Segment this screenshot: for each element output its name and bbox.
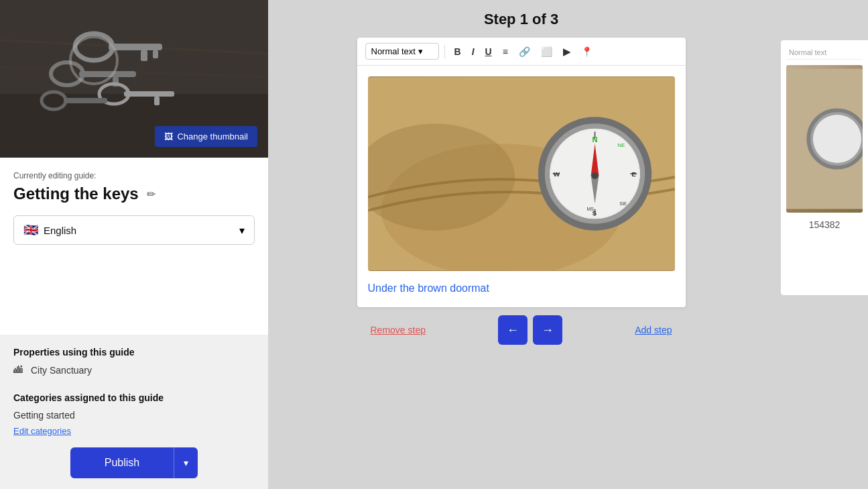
text-style-select[interactable]: Normal text ▾ xyxy=(365,43,439,60)
bottom-bar: Remove step ← → Add step xyxy=(357,307,686,353)
editor-body[interactable]: N E S W SE NE MS xyxy=(357,66,686,307)
italic-button[interactable]: I xyxy=(468,44,479,60)
chevron-down-icon: ▾ xyxy=(184,457,188,468)
properties-section: Properties using this guide 🏙 City Sanct… xyxy=(0,335,268,380)
svg-rect-13 xyxy=(154,97,160,105)
caption-text[interactable]: Under the brown doormat xyxy=(368,280,675,296)
building-icon: 🏙 xyxy=(13,364,25,376)
currently-editing-label: Currently editing guide: xyxy=(13,171,255,180)
compass-background: N E S W SE NE MS xyxy=(368,76,675,271)
edit-title-button[interactable]: ✏ xyxy=(145,186,157,202)
change-thumbnail-label: Change thumbnail xyxy=(177,131,248,142)
compass-image: N E S W SE NE MS xyxy=(368,76,675,271)
chevron-down-icon: ▾ xyxy=(239,224,245,237)
chevron-down-icon: ▾ xyxy=(418,46,423,56)
language-select[interactable]: 🇬🇧 English ▾ xyxy=(13,215,255,245)
nav-buttons: ← → xyxy=(498,315,562,345)
text-style-label: Normal text xyxy=(371,46,416,56)
sidebar: 🖼 Change thumbnail Currently editing gui… xyxy=(0,0,268,489)
property-name: City Sanctuary xyxy=(31,365,92,376)
svg-rect-12 xyxy=(124,91,174,97)
editor-panel: Normal text ▾ B I U ≡ 🔗 ⬜ ▶ 📍 xyxy=(357,38,686,307)
next-step-button[interactable]: → xyxy=(533,315,562,345)
publish-dropdown-button[interactable]: ▾ xyxy=(174,447,198,478)
peek-compass-svg xyxy=(786,65,863,213)
editor-toolbar: Normal text ▾ B I U ≡ 🔗 ⬜ ▶ 📍 xyxy=(357,38,686,66)
peek-editor-panel: Normal text 154382 xyxy=(781,40,868,295)
svg-text:MS: MS xyxy=(586,207,594,211)
peek-toolbar-text: Normal text xyxy=(786,46,863,60)
svg-text:SE: SE xyxy=(619,201,627,207)
svg-text:W: W xyxy=(553,170,560,178)
underline-button[interactable]: U xyxy=(481,44,496,60)
change-thumbnail-button[interactable]: 🖼 Change thumbnail xyxy=(155,126,257,147)
pencil-icon: ✏ xyxy=(147,188,156,200)
image-button[interactable]: ⬜ xyxy=(537,44,556,60)
category-value: Getting started xyxy=(13,410,255,421)
sidebar-card: Currently editing guide: Getting the key… xyxy=(0,158,268,335)
guide-title: Getting the keys xyxy=(13,184,139,203)
svg-point-37 xyxy=(591,172,598,179)
list-button[interactable]: ≡ xyxy=(499,44,512,60)
svg-text:E: E xyxy=(631,170,636,178)
chevron-right-icon: → xyxy=(542,323,554,337)
categories-section-title: Categories assigned to this guide xyxy=(13,392,255,403)
remove-step-button[interactable]: Remove step xyxy=(371,325,426,335)
svg-rect-9 xyxy=(79,71,136,77)
peek-number: 154382 xyxy=(786,219,863,230)
publish-bar: Publish ▾ xyxy=(0,437,268,489)
video-button[interactable]: ▶ xyxy=(559,44,574,60)
svg-rect-15 xyxy=(64,98,107,103)
toolbar-divider-1 xyxy=(444,45,445,58)
property-item: 🏙 City Sanctuary xyxy=(13,364,255,376)
svg-rect-6 xyxy=(141,50,147,61)
publish-button[interactable]: Publish xyxy=(70,447,174,478)
chevron-left-icon: ← xyxy=(507,323,519,337)
edit-categories-button[interactable]: Edit categories xyxy=(13,426,71,436)
categories-section: Categories assigned to this guide Gettin… xyxy=(0,380,268,437)
language-left: 🇬🇧 English xyxy=(23,223,76,237)
link-button[interactable]: 🔗 xyxy=(515,44,534,60)
properties-section-title: Properties using this guide xyxy=(13,347,255,358)
peek-image xyxy=(786,65,863,213)
add-step-button[interactable]: Add step xyxy=(635,325,672,335)
publish-button-group: Publish ▾ xyxy=(70,447,198,478)
svg-rect-5 xyxy=(109,44,162,50)
prev-step-button[interactable]: ← xyxy=(498,315,528,345)
svg-text:N: N xyxy=(592,135,597,144)
svg-text:NE: NE xyxy=(617,142,625,148)
right-peek-panel: Normal text 154382 xyxy=(774,0,868,489)
thumbnail-container: 🖼 Change thumbnail xyxy=(0,0,268,158)
svg-point-40 xyxy=(813,115,861,163)
location-button[interactable]: 📍 xyxy=(577,44,597,60)
main-content: Step 1 of 3 Normal text ▾ B I U ≡ 🔗 ⬜ ▶ … xyxy=(268,0,774,489)
step-title: Step 1 of 3 xyxy=(484,11,558,28)
flag-icon: 🇬🇧 xyxy=(23,223,38,237)
language-label: English xyxy=(44,225,76,236)
bold-button[interactable]: B xyxy=(450,44,465,60)
compass-svg: N E S W SE NE MS xyxy=(368,76,675,271)
image-edit-icon: 🖼 xyxy=(164,131,173,142)
svg-rect-7 xyxy=(153,50,158,58)
guide-title-row: Getting the keys ✏ xyxy=(13,184,255,203)
